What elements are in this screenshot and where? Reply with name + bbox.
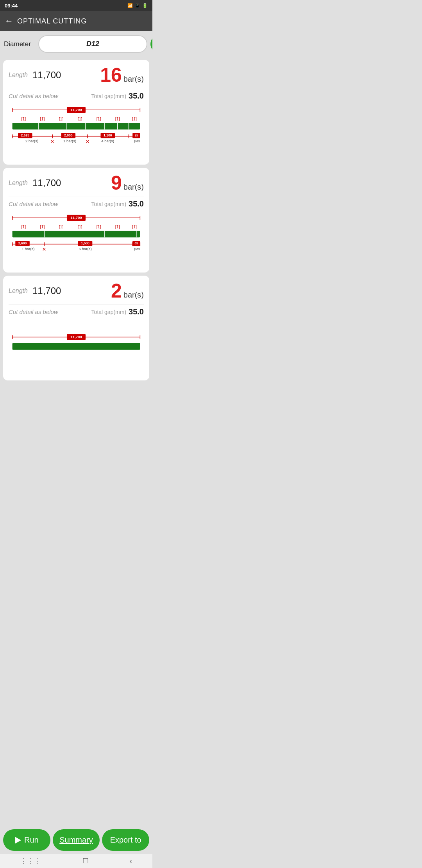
- length-value-3: 11,700: [32, 285, 61, 296]
- back-button[interactable]: ←: [5, 16, 13, 26]
- diagram-1: 11,700 [1] [1] [1] [1] [1] [1] [1]: [9, 104, 144, 159]
- length-label-2: Length: [9, 179, 28, 187]
- svg-text:[1]: [1]: [132, 117, 137, 121]
- source-button[interactable]: Source: [150, 35, 152, 53]
- status-bar: 09:44 📶 📱 🔋: [0, 0, 152, 11]
- result-card-2: Length 11,700 9 bar(s) Cut detail as bel…: [3, 168, 149, 273]
- status-time: 09:44: [5, 3, 18, 9]
- bars-count-3: 2: [111, 281, 122, 301]
- result-card-3: Length 11,700 2 bar(s) Cut detail as bel…: [3, 276, 149, 380]
- svg-text:✕: ✕: [50, 139, 54, 144]
- length-row-3: Length 11,700 2 bar(s): [9, 281, 144, 301]
- diagram-3: 11,700: [9, 320, 144, 375]
- cut-detail-label-1: Cut detail as below: [9, 93, 58, 99]
- svg-text:1,100: 1,100: [104, 133, 112, 137]
- svg-text:11,700: 11,700: [70, 108, 82, 112]
- svg-text:[1]: [1]: [59, 117, 64, 121]
- diameter-input[interactable]: [38, 35, 147, 53]
- svg-text:(res: (res: [134, 139, 140, 143]
- diameter-row: Diameter Source: [0, 31, 152, 57]
- svg-text:2,000: 2,000: [64, 133, 73, 137]
- gap-label-3: Total gap(mm): [91, 309, 126, 315]
- svg-text:[1]: [1]: [40, 117, 45, 121]
- status-icons: 📶 📱 🔋: [127, 3, 148, 8]
- results-scroll-area: Length 11,700 16 bar(s) Cut detail as be…: [0, 57, 152, 412]
- result-card-1: Length 11,700 16 bar(s) Cut detail as be…: [3, 60, 149, 165]
- length-value-2: 11,700: [32, 178, 61, 188]
- svg-text:1 bar(s): 1 bar(s): [21, 247, 34, 251]
- svg-text:[1]: [1]: [78, 224, 82, 229]
- svg-text:6 bar(s): 6 bar(s): [79, 247, 92, 251]
- length-row-1: Length 11,700 16 bar(s): [9, 65, 144, 85]
- gap-value-3: 35.0: [129, 307, 144, 316]
- svg-text:1,500: 1,500: [81, 241, 89, 245]
- cut-detail-row-3: Cut detail as below Total gap(mm) 35.0: [9, 307, 144, 316]
- svg-text:65: 65: [135, 242, 138, 245]
- diagram-2: 11,700 [1] [1] [1] [1] [1] [1] [1]: [9, 212, 144, 267]
- svg-text:[1]: [1]: [115, 224, 120, 229]
- svg-text:✕: ✕: [42, 247, 46, 252]
- svg-text:2,600: 2,600: [18, 241, 27, 245]
- bars-unit-1: bar(s): [123, 75, 144, 84]
- gap-value-1: 35.0: [129, 91, 144, 100]
- svg-text:[1]: [1]: [21, 117, 26, 121]
- bars-count-2: 9: [111, 173, 122, 193]
- bars-unit-3: bar(s): [123, 291, 144, 299]
- svg-text:11,700: 11,700: [70, 215, 82, 220]
- bars-unit-2: bar(s): [123, 183, 144, 192]
- svg-text:[1]: [1]: [115, 117, 120, 121]
- gap-label-2: Total gap(mm): [91, 201, 126, 207]
- svg-text:1 bar(s): 1 bar(s): [63, 139, 76, 143]
- length-label-3: Length: [9, 287, 28, 294]
- wifi-icon: 📶: [127, 3, 133, 8]
- svg-text:[1]: [1]: [40, 224, 45, 229]
- cut-detail-label-3: Cut detail as below: [9, 308, 58, 315]
- svg-text:[1]: [1]: [21, 224, 26, 229]
- svg-text:[1]: [1]: [132, 224, 137, 229]
- svg-text:4 bar(s): 4 bar(s): [101, 139, 114, 143]
- svg-rect-80: [13, 343, 140, 350]
- cut-detail-label-2: Cut detail as below: [9, 201, 58, 207]
- app-header: ← OPTIMAL CUTTING: [0, 11, 152, 31]
- svg-text:[1]: [1]: [59, 224, 64, 229]
- svg-text:[1]: [1]: [97, 117, 101, 121]
- svg-text:2 bar(s): 2 bar(s): [25, 139, 38, 143]
- cut-detail-row-2: Cut detail as below Total gap(mm) 35.0: [9, 199, 144, 208]
- signal-icon: 📱: [135, 3, 140, 8]
- cut-detail-row-1: Cut detail as below Total gap(mm) 35.0: [9, 91, 144, 100]
- svg-rect-12: [13, 123, 140, 129]
- svg-text:11,700: 11,700: [70, 335, 82, 339]
- gap-label-1: Total gap(mm): [91, 93, 126, 99]
- page-title: OPTIMAL CUTTING: [17, 17, 87, 25]
- length-row-2: Length 11,700 9 bar(s): [9, 173, 144, 193]
- svg-text:[1]: [1]: [97, 224, 101, 229]
- svg-rect-54: [13, 231, 140, 237]
- length-label-1: Length: [9, 72, 28, 79]
- length-value-1: 11,700: [32, 70, 61, 81]
- svg-text:(res: (res: [134, 247, 140, 251]
- svg-text:✕: ✕: [86, 139, 89, 144]
- svg-text:[1]: [1]: [78, 117, 82, 121]
- battery-icon: 🔋: [142, 3, 148, 8]
- diameter-label: Diameter: [4, 40, 35, 48]
- bars-count-1: 16: [100, 65, 122, 85]
- svg-text:15: 15: [135, 134, 138, 137]
- svg-text:2,625: 2,625: [21, 133, 29, 137]
- gap-value-2: 35.0: [129, 199, 144, 208]
